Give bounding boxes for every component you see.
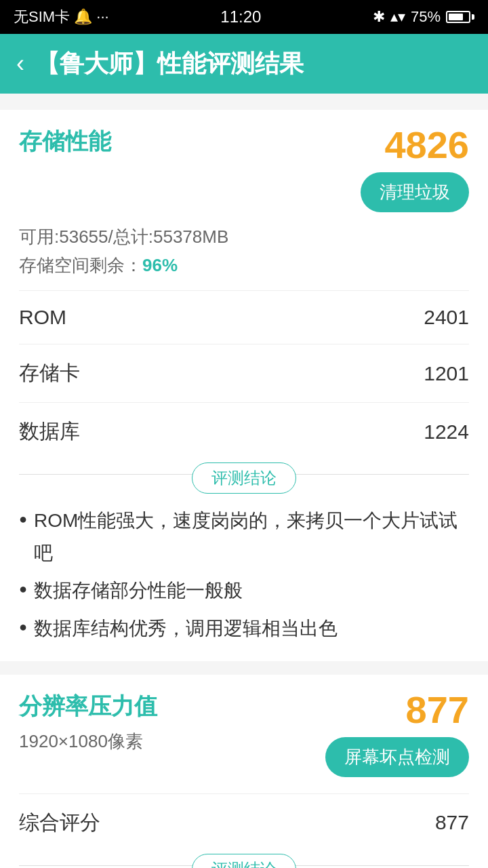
- storage-conclusion-text: ● ROM性能强大，速度岗岗的，来拷贝一个大片试试吧 ● 数据存储部分性能一般般…: [19, 505, 469, 660]
- bullet-icon: ●: [19, 507, 27, 530]
- storage-conclusion-label: 评测结论: [192, 462, 296, 494]
- display-section: 分辨率压力值 1920×1080像素 877 屏幕坏点检测 综合评分 877 评…: [0, 675, 488, 868]
- storage-card-label: 存储卡: [19, 359, 80, 387]
- battery-text: 75%: [411, 8, 441, 26]
- list-item: ● 数据库结构优秀，调用逻辑相当出色: [19, 612, 469, 645]
- list-item: ● 数据存储部分性能一般般: [19, 574, 469, 607]
- overall-score-label: 综合评分: [19, 809, 100, 837]
- storage-detail-rows: ROM 2401 存储卡 1201 数据库 1224: [19, 290, 469, 460]
- table-row: 综合评分 877: [19, 794, 469, 852]
- display-meta: 1920×1080像素: [19, 722, 157, 756]
- back-button[interactable]: ‹: [16, 50, 24, 78]
- conclusion-item-3: 数据库结构优秀，调用逻辑相当出色: [34, 612, 338, 645]
- storage-section: 存储性能 4826 清理垃圾 可用:53655/总计:55378MB 存储空间剩…: [0, 110, 488, 661]
- status-right: ✱ ▴▾ 75%: [373, 8, 474, 26]
- database-value: 1224: [424, 420, 469, 443]
- nav-bar: ‹ 【鲁大师】性能评测结果: [0, 34, 488, 94]
- database-label: 数据库: [19, 418, 80, 446]
- rom-value: 2401: [424, 306, 469, 329]
- overall-score-value: 877: [435, 811, 469, 834]
- conclusion-item-2: 数据存储部分性能一般般: [34, 574, 243, 607]
- battery-icon: [446, 11, 474, 23]
- status-time: 11:20: [220, 7, 261, 26]
- storage-header-right: 4826 清理垃圾: [361, 126, 469, 212]
- display-header-right: 877 屏幕坏点检测: [325, 691, 469, 777]
- conclusion-item-1: ROM性能强大，速度岗岗的，来拷贝一个大片试试吧: [34, 505, 469, 569]
- status-bar: 无SIM卡 🔔 ··· 11:20 ✱ ▴▾ 75%: [0, 0, 488, 34]
- display-conclusion-label: 评测结论: [192, 854, 296, 868]
- table-row: 存储卡 1201: [19, 344, 469, 403]
- bluetooth-icon: ✱: [373, 8, 385, 26]
- storage-title-block: 存储性能: [19, 126, 111, 157]
- storage-meta-line1: 可用:53655/总计:55378MB: [19, 223, 469, 252]
- main-content: 存储性能 4826 清理垃圾 可用:53655/总计:55378MB 存储空间剩…: [0, 94, 488, 868]
- display-title: 分辨率压力值: [19, 691, 157, 722]
- list-item: ● ROM性能强大，速度岗岗的，来拷贝一个大片试试吧: [19, 505, 469, 569]
- sim-status: 无SIM卡 🔔 ···: [14, 7, 109, 27]
- table-row: ROM 2401: [19, 291, 469, 344]
- display-detail-rows: 综合评分 877: [19, 793, 469, 852]
- storage-meta-line2: 存储空间剩余：96%: [19, 252, 469, 280]
- table-row: 数据库 1224: [19, 403, 469, 460]
- bullet-icon: ●: [19, 615, 27, 638]
- storage-score: 4826: [384, 126, 469, 164]
- dead-pixel-check-button[interactable]: 屏幕坏点检测: [325, 737, 469, 777]
- rom-label: ROM: [19, 306, 66, 329]
- display-score: 877: [406, 691, 469, 729]
- storage-header: 存储性能 4826 清理垃圾: [0, 110, 488, 223]
- display-title-block: 分辨率压力值 1920×1080像素: [19, 691, 157, 756]
- clean-junk-button[interactable]: 清理垃圾: [361, 172, 469, 212]
- storage-title: 存储性能: [19, 126, 111, 157]
- page-title: 【鲁大师】性能评测结果: [35, 47, 304, 81]
- display-conclusion: 评测结论 ● 屏幕清晰竖请竖个大拇指！: [19, 865, 469, 868]
- storage-meta: 可用:53655/总计:55378MB 存储空间剩余：96%: [0, 223, 488, 285]
- bullet-icon: ●: [19, 577, 27, 600]
- storage-card-value: 1201: [424, 362, 469, 385]
- wifi-icon: ▴▾: [390, 8, 405, 26]
- display-header: 分辨率压力值 1920×1080像素 877 屏幕坏点检测: [0, 675, 488, 788]
- status-left: 无SIM卡 🔔 ···: [14, 7, 109, 27]
- storage-percent: 96%: [142, 255, 178, 275]
- storage-conclusion: 评测结论 ● ROM性能强大，速度岗岗的，来拷贝一个大片试试吧 ● 数据存储部分…: [19, 474, 469, 660]
